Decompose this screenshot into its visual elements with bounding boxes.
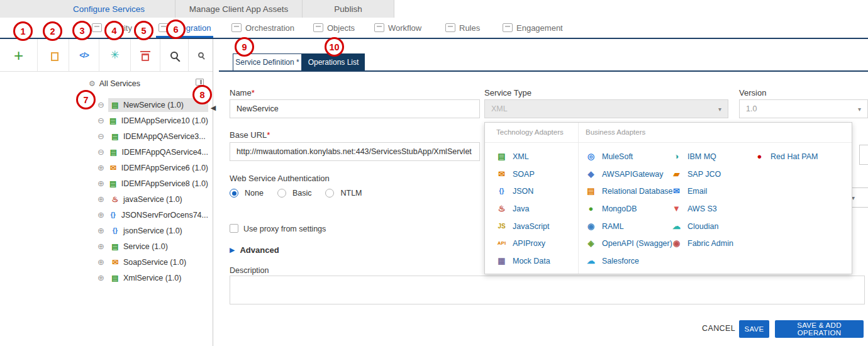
version-value: 1.0 <box>746 104 757 113</box>
description-textarea[interactable] <box>230 276 865 304</box>
service-name[interactable]: NewService (1.0) <box>123 101 184 109</box>
service-tree-item[interactable]: ⊕ ✉SoapService (1.0) <box>0 254 213 270</box>
callout-10: 10 <box>325 37 344 57</box>
expander-icon[interactable]: ⊕ <box>97 160 106 176</box>
tab-publish[interactable]: Publish <box>303 0 394 18</box>
service-name[interactable]: IDEMAppQAService3... <box>123 132 206 141</box>
service-name[interactable]: jsonService (1.0) <box>123 226 182 235</box>
expander-icon[interactable]: ⊕ <box>97 254 108 270</box>
service-name[interactable]: XmlService (1.0) <box>123 274 181 282</box>
service-tree-item[interactable]: ⊖ ▤NewService (1.0) <box>0 97 213 113</box>
nav-orchestration[interactable]: Orchestration <box>231 18 294 38</box>
service-tree-item[interactable]: ⊕ {}jsonService (1.0) <box>0 223 213 238</box>
adapter-option-red-hat-pam[interactable]: ●Red Hat PAM <box>754 148 818 165</box>
adapter-option-sap-jco[interactable]: ▰SAP JCO <box>671 165 733 183</box>
nav-objects[interactable]: Objects <box>313 18 355 38</box>
service-name[interactable]: JSONServForOcens74... <box>121 211 208 220</box>
adapter-option-java[interactable]: ♨Java <box>496 200 550 218</box>
save-button[interactable]: SAVE <box>739 320 769 338</box>
search-services-button[interactable] <box>160 39 189 71</box>
service-tree-item[interactable]: ⊖ ▤IDEMFAppQAService4... <box>0 144 213 160</box>
expander-icon[interactable]: ⊖ <box>97 128 108 144</box>
adapter-option-javascript[interactable]: JSJavaScript <box>496 218 550 235</box>
nav-label: Engagement <box>516 23 563 33</box>
expander-icon[interactable]: ⊖ <box>97 97 108 113</box>
test-service-button[interactable]: ✳ <box>99 39 131 71</box>
sidebar-collapse-arrow[interactable]: ◀ <box>209 101 217 114</box>
nav-workflow[interactable]: Workflow <box>374 18 421 38</box>
adapter-option-raml[interactable]: ◉RAML <box>586 218 673 235</box>
service-name[interactable]: IDEMFAppQAService4... <box>121 148 208 157</box>
version-select[interactable]: 1.0 ▾ <box>739 99 868 118</box>
service-tree-item[interactable]: ⊕ {}JSONServForOcens74... <box>0 207 213 223</box>
service-tree-item[interactable]: ⊕ ✉IDEMFAppService6 (1.0) <box>0 160 213 176</box>
service-tree-item[interactable]: ⊕ ▤IDEMFAppService8 (1.0) <box>0 176 213 191</box>
name-input[interactable] <box>230 99 480 118</box>
nav-rules[interactable]: Rules <box>445 18 480 38</box>
service-tree-item[interactable]: ⊕ ♨javaService (1.0) <box>0 191 213 207</box>
business-adapter-column-2: ◑IBM MQ ▰SAP JCO ✉Email ▼AWS S3 ☁Cloudia… <box>671 148 733 252</box>
service-tree-item[interactable]: ⊖ ▤IDEMAppQAService3... <box>0 128 213 144</box>
adapter-option-soap[interactable]: ✉SOAP <box>496 165 550 183</box>
expander-icon[interactable]: ⊕ <box>97 238 108 254</box>
delete-service-button[interactable] <box>131 39 160 71</box>
filter-search-button[interactable] <box>189 39 213 71</box>
copy-service-button[interactable] <box>38 39 69 71</box>
required-asterisk: * <box>252 88 255 98</box>
adapter-option-json[interactable]: {}JSON <box>496 182 550 200</box>
radio-basic-label[interactable]: Basic <box>292 189 312 198</box>
adapter-option-xml[interactable]: ▤XML <box>496 148 550 165</box>
service-name[interactable]: IDEMFAppService6 (1.0) <box>121 164 208 172</box>
adapter-option-awsapigateway[interactable]: ◆AWSAPIGateway <box>586 165 673 183</box>
radio-ntlm[interactable] <box>325 189 334 198</box>
service-name[interactable]: javaService (1.0) <box>123 195 182 204</box>
adapter-option-aws-s3[interactable]: ▼AWS S3 <box>671 200 733 218</box>
adapter-option-apiproxy[interactable]: APIAPIProxy <box>496 235 550 252</box>
callout-3: 3 <box>72 21 92 40</box>
code-view-button[interactable]: </> <box>69 39 99 71</box>
radio-ntlm-label[interactable]: NTLM <box>340 189 362 198</box>
adapter-option-openapi-swagger[interactable]: ◈OpenAPI (Swagger) <box>586 235 673 252</box>
service-name[interactable]: Service (1.0) <box>123 242 168 251</box>
adapter-option-salesforce[interactable]: ☁Salesforce <box>586 252 673 270</box>
proxy-checkbox[interactable] <box>230 224 238 233</box>
service-type-icon: ▤ <box>109 179 118 188</box>
adapter-option-cloudian[interactable]: ☁Cloudian <box>671 218 733 235</box>
service-type-select[interactable]: XML ▾ <box>484 99 728 118</box>
service-tree-item[interactable]: ⊕ ▤XmlService (1.0) <box>0 270 213 286</box>
expander-icon[interactable]: ⊖ <box>97 144 106 160</box>
tab-manage-client-app-assets[interactable]: Manage Client App Assets <box>175 0 303 18</box>
radio-none[interactable] <box>230 189 238 198</box>
service-name[interactable]: IDEMFAppService8 (1.0) <box>121 179 208 188</box>
service-tree-item[interactable]: ⊖ ▤IDEMAppService10 (1.0) <box>0 113 213 128</box>
expander-icon[interactable]: ⊕ <box>97 223 108 238</box>
expander-icon[interactable]: ⊕ <box>97 176 106 191</box>
cancel-button[interactable]: CANCEL <box>702 324 735 333</box>
expander-icon[interactable]: ⊖ <box>97 113 106 128</box>
adapter-option-fabric-admin[interactable]: ◉Fabric Admin <box>671 235 733 252</box>
expander-icon[interactable]: ⊕ <box>97 207 106 223</box>
expander-icon[interactable]: ⊕ <box>97 191 108 207</box>
adapter-option-ibm-mq[interactable]: ◑IBM MQ <box>671 148 733 165</box>
all-services-header[interactable]: ⚙ All Services <box>0 75 213 92</box>
service-name[interactable]: IDEMAppService10 (1.0) <box>121 116 208 125</box>
base-url-input[interactable] <box>230 142 480 161</box>
add-service-button[interactable]: + <box>0 39 38 71</box>
service-name[interactable]: SoapService (1.0) <box>123 258 186 267</box>
adapter-option-relational-database[interactable]: ▤Relational Database <box>586 182 673 200</box>
adapter-option-mongodb[interactable]: ●MongoDB <box>586 200 673 218</box>
adapter-option-mock-data[interactable]: ▦Mock Data <box>496 252 550 270</box>
service-tree-item[interactable]: ⊕ ▤Service (1.0) <box>0 238 213 254</box>
expander-icon[interactable]: ⊕ <box>97 270 108 286</box>
adapter-option-mulesoft[interactable]: ◎MuleSoft <box>586 148 673 165</box>
save-add-operation-button[interactable]: SAVE & ADD OPERATION <box>775 320 864 338</box>
nav-engagement[interactable]: Engagement <box>503 18 563 38</box>
version-label: Version <box>739 88 766 98</box>
radio-none-label[interactable]: None <box>245 189 264 198</box>
tab-configure-services[interactable]: Configure Services <box>0 0 175 18</box>
nav-label: Workflow <box>388 23 421 33</box>
proxy-label[interactable]: Use proxy from settings <box>243 225 326 233</box>
radio-basic[interactable] <box>277 189 286 198</box>
adapter-option-email[interactable]: ✉Email <box>671 182 733 200</box>
advanced-toggle[interactable]: ▶ Advanced <box>230 245 279 255</box>
